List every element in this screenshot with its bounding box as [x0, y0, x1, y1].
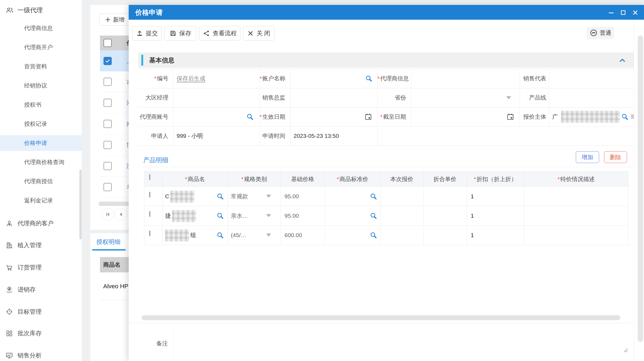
- sidebar-item-auth-letter[interactable]: 授权书: [0, 97, 82, 113]
- search-icon: [246, 113, 254, 121]
- field-label-sales-director: 销售总监: [260, 88, 288, 107]
- search-icon: [216, 192, 224, 200]
- product-line-input[interactable]: [549, 88, 634, 107]
- quote-subject-input[interactable]: 广: [549, 107, 634, 126]
- table-select-all-checkbox[interactable]: [149, 175, 150, 180]
- base-price-cell: 95.00: [284, 206, 299, 225]
- select-all-checkbox[interactable]: [104, 39, 112, 47]
- section-accent-bar: [141, 55, 143, 66]
- close-button[interactable]: [631, 9, 639, 16]
- sidebar-module-inventory[interactable]: 进销存: [0, 284, 82, 296]
- row-checkbox-checked[interactable]: [104, 57, 112, 65]
- grid-line: [325, 171, 325, 245]
- discount-cell[interactable]: 1: [471, 225, 474, 245]
- sidebar-module-target-mgmt[interactable]: 目标管理: [0, 306, 82, 318]
- effective-date-input[interactable]: [290, 107, 377, 126]
- sidebar-item-rebate-record[interactable]: 返利金记录: [0, 193, 82, 208]
- sidebar-item-agent-credit[interactable]: 代理商授信: [0, 173, 82, 189]
- row-checkbox[interactable]: [104, 120, 112, 128]
- agent-info-input[interactable]: [411, 69, 520, 88]
- modal-header[interactable]: 价格申请: [129, 5, 644, 20]
- sidebar-item-agent-price-query[interactable]: 代理商价格查询: [0, 154, 82, 170]
- x-icon: [247, 30, 254, 37]
- sidebar-module-batch-stock[interactable]: 批次库存: [0, 327, 82, 339]
- collapse-section-button[interactable]: [618, 56, 627, 65]
- field-label-number: *编号: [138, 69, 171, 88]
- modal-horizontal-scrollbar[interactable]: [142, 315, 620, 320]
- end-date-input[interactable]: [411, 107, 520, 126]
- chevron-up-icon: [618, 56, 627, 65]
- discount-cell[interactable]: 1: [471, 206, 474, 225]
- field-label-effective-date: *生效日期: [260, 107, 288, 126]
- redacted-text: [561, 111, 620, 123]
- sidebar-module-order-mgmt[interactable]: 订货管理: [0, 261, 82, 273]
- agent-account-input[interactable]: [173, 107, 260, 126]
- sidebar-scrollbar[interactable]: [79, 170, 82, 239]
- applicant-value: 999 - 小明: [177, 126, 203, 145]
- row-checkbox[interactable]: [149, 192, 150, 197]
- field-label-applicant: 申请人: [138, 126, 171, 145]
- remark-label: 备注: [138, 339, 171, 348]
- product-name-cell[interactable]: 组: [165, 225, 196, 245]
- field-label-province: 省份: [377, 88, 409, 107]
- minimize-button[interactable]: [607, 9, 615, 16]
- sidebar-item-agent-open[interactable]: 代理商开户: [0, 39, 82, 55]
- row-checkbox[interactable]: [104, 141, 112, 149]
- close-form-button[interactable]: 关 闭: [243, 26, 274, 41]
- resize-handle-icon: [622, 346, 629, 353]
- priority-badge[interactable]: 普通: [586, 27, 614, 39]
- sidebar-item-first-docs[interactable]: 首营资料: [0, 59, 82, 74]
- product-name-cell[interactable]: 捷: [165, 206, 196, 225]
- row-checkbox[interactable]: [104, 78, 112, 86]
- sales-director-input[interactable]: [290, 88, 377, 107]
- account-name-input[interactable]: [290, 69, 377, 88]
- spec-select[interactable]: 常规款: [231, 187, 248, 206]
- row-checkbox[interactable]: [149, 212, 150, 217]
- row-checkbox[interactable]: [104, 162, 112, 170]
- sales-rep-input[interactable]: [549, 69, 634, 88]
- plus-icon: [105, 17, 111, 23]
- modal-title: 价格申请: [135, 5, 163, 20]
- row-checkbox[interactable]: [104, 99, 112, 107]
- spec-select[interactable]: 亲水…: [231, 206, 248, 225]
- menu-icon: [630, 113, 636, 120]
- grid-line: [144, 187, 628, 187]
- grid-line: [228, 171, 228, 245]
- region-manager-input[interactable]: [173, 88, 260, 107]
- add-new-button[interactable]: 新增: [99, 14, 130, 26]
- sidebar-item-dist-agreement[interactable]: 经销协议: [0, 78, 82, 94]
- share-icon: [203, 30, 210, 37]
- col-header-base-price: 基础价格: [281, 171, 325, 187]
- sidebar-item-price-application[interactable]: 价格申请: [0, 135, 82, 151]
- save-button[interactable]: 保存: [164, 26, 196, 41]
- sidebar-section-label: 一级代理: [18, 6, 43, 14]
- sidebar-module-agent-customers[interactable]: 代理商的客户: [0, 217, 82, 229]
- tab-auth-detail[interactable]: 授权明细: [96, 238, 120, 246]
- province-select[interactable]: [411, 88, 520, 107]
- pagination-prev-button[interactable]: [115, 208, 127, 220]
- base-price-cell: 95.00: [284, 187, 299, 206]
- product-name-cell[interactable]: C: [165, 187, 194, 206]
- grid-line: [144, 225, 628, 226]
- target-icon: [5, 308, 13, 316]
- pagination-first-button[interactable]: [102, 208, 114, 220]
- maximize-button[interactable]: [619, 9, 627, 16]
- sidebar-module-implant-mgmt[interactable]: 植入管理: [0, 239, 82, 251]
- discount-cell[interactable]: 1: [471, 187, 474, 206]
- row-checkbox[interactable]: [104, 183, 112, 191]
- remark-textarea[interactable]: [177, 325, 631, 359]
- view-flow-button[interactable]: 查看流程: [199, 26, 240, 41]
- spec-select[interactable]: (45/…: [231, 225, 246, 245]
- field-label-quote-subject: 报价主体: [520, 107, 549, 126]
- sidebar-section-primary-agent[interactable]: 一级代理: [5, 6, 43, 14]
- sidebar-module-sales-analysis[interactable]: 销售分析: [0, 350, 82, 361]
- submit-button[interactable]: 提交: [132, 26, 162, 41]
- modal-vertical-scrollbar[interactable]: [638, 36, 643, 342]
- sidebar-item-auth-record[interactable]: 授权记录: [0, 116, 82, 132]
- sidebar-item-agent-info[interactable]: 代理商信息: [0, 20, 82, 36]
- delete-row-button[interactable]: 删除: [604, 151, 627, 163]
- grid-line: [138, 126, 634, 127]
- section-divider: [138, 167, 634, 167]
- add-row-button[interactable]: 增加: [576, 151, 599, 163]
- row-checkbox[interactable]: [149, 231, 150, 236]
